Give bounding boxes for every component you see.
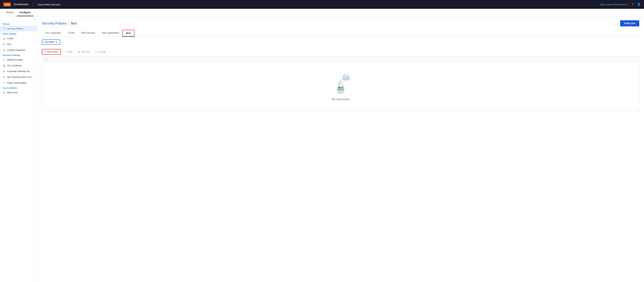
sidebar-item-corporate-gateway-ips[interactable]: ⊞ Corporate Gateway IPs — [0, 68, 37, 74]
svg-point-12 — [339, 86, 340, 86]
sidebar-item-label: Content Inspection — [7, 49, 25, 51]
clone-button[interactable]: ⊟ CLONE — [94, 50, 107, 54]
table-area: No rules found — [42, 56, 639, 111]
empty-illustration — [330, 73, 351, 95]
page-header: Security Policies / Test PUBLISH — [42, 20, 639, 26]
toolbar: FILTERS ▼ — [42, 40, 639, 45]
collapse-icon: « — [34, 18, 35, 20]
nav-right: Open Classic Orchestrator ↗ ? 👤 — [600, 2, 640, 6]
product-name: Cloud Web Security — [38, 3, 60, 6]
add-rule-button[interactable]: + ADD RULE — [42, 49, 61, 55]
casb-icon: ☁ — [3, 37, 6, 40]
user-button[interactable]: 👤 — [637, 2, 640, 6]
sidebar-collapse-button[interactable]: « — [0, 16, 37, 22]
sidebar-item-security-policies[interactable]: 🛡 Security Policies — [0, 26, 37, 32]
sidebar-item-label: Web Proxy — [7, 91, 18, 94]
sidebar-item-label: Page Customization — [7, 82, 27, 84]
open-classic-link[interactable]: Open Classic Orchestrator ↗ — [600, 3, 628, 6]
sidebar-item-ssl-certificate[interactable]: 🔒 SSL Certificate — [0, 62, 37, 68]
chevron-down-icon: ▾ — [61, 4, 62, 6]
sidebar-item-web-proxy[interactable]: ⊞ Web Proxy — [0, 90, 37, 96]
add-rule-label: ADD RULE — [47, 50, 58, 53]
edit-icon: ✎ — [65, 50, 67, 53]
filters-button[interactable]: FILTERS ▼ — [42, 40, 60, 45]
svg-point-14 — [339, 86, 339, 87]
tab-configure[interactable]: Configure — [17, 9, 33, 16]
select-all-checkbox[interactable] — [45, 58, 48, 61]
page-customization-icon: ✎ — [3, 81, 6, 84]
edit-label: EDIT — [68, 50, 73, 53]
svg-point-13 — [340, 86, 340, 87]
nav-product[interactable]: Cloud Web Security ▾ — [38, 3, 62, 6]
sidebar-item-label: Identity Provider — [7, 58, 23, 61]
delete-icon: 🗑 — [78, 50, 80, 53]
help-button[interactable]: ? — [632, 3, 634, 6]
empty-state: No rules found — [42, 63, 639, 111]
non-standard-ports-icon: ◈ — [3, 76, 6, 78]
nav-divider — [33, 2, 34, 7]
sub-nav: Monitor Configure — [0, 9, 644, 16]
sidebar-item-content-inspection[interactable]: ◈ Content Inspection — [0, 47, 37, 53]
breadcrumb: Security Policies / Test — [42, 22, 77, 25]
main-layout: « Policies 🛡 Security Policies Policy Se… — [0, 16, 644, 282]
clone-label: CLONE — [98, 50, 106, 53]
sidebar-item-non-standard-web-ports[interactable]: ◈ Non-Standard Web Ports — [0, 74, 37, 80]
content-inspection-icon: ◈ — [3, 48, 6, 51]
action-bar: + ADD RULE ✎ EDIT 🗑 DELETE ⊟ CLONE — [42, 47, 639, 56]
table-header-row — [42, 57, 639, 63]
delete-button[interactable]: 🗑 DELETE — [77, 50, 91, 54]
sidebar-item-label: Corporate Gateway IPs — [7, 70, 30, 72]
sidebar-item-casb[interactable]: ☁ CASB — [0, 36, 37, 41]
tab-monitor[interactable]: Monitor — [4, 9, 17, 16]
delete-label: DELETE — [81, 50, 90, 53]
sidebar-section-policy-settings: Policy Settings — [0, 32, 37, 36]
breadcrumb-link[interactable]: Security Policies — [42, 22, 67, 25]
sidebar-item-dlp[interactable]: ⊞ DLP — [0, 41, 37, 47]
vmw-logo: vmw — [4, 2, 11, 6]
select-all-cell[interactable] — [45, 58, 49, 61]
clone-icon: ⊟ — [96, 50, 98, 53]
sidebar-section-access-method: Access Method — [0, 86, 37, 90]
plus-icon: + — [45, 50, 46, 53]
dlp-icon: ⊞ — [3, 43, 6, 46]
sidebar-item-label: CASB — [7, 37, 13, 40]
top-nav: vmw Orchestrator Cloud Web Security ▾ Op… — [0, 0, 644, 9]
content-tabs: SSL Inspection CASB Web Security Web App… — [42, 30, 639, 37]
tab-casb[interactable]: CASB — [64, 30, 78, 37]
filters-label: FILTERS — [45, 41, 54, 43]
sidebar: « Policies 🛡 Security Policies Policy Se… — [0, 16, 37, 282]
tab-ssl-inspection[interactable]: SSL Inspection — [42, 30, 64, 37]
edit-button[interactable]: ✎ EDIT — [64, 50, 74, 54]
tab-dlp[interactable]: DLP — [122, 30, 134, 37]
sidebar-item-page-customization[interactable]: ✎ Page Customization — [0, 80, 37, 86]
breadcrumb-current: Test — [70, 22, 77, 25]
sidebar-section-enterprise-settings: Enterprise Settings — [0, 53, 37, 57]
main-content: Security Policies / Test PUBLISH SSL Ins… — [37, 16, 644, 282]
publish-button[interactable]: PUBLISH — [620, 20, 639, 26]
sidebar-item-label: SSL Certificate — [7, 64, 22, 67]
svg-rect-0 — [338, 90, 343, 94]
sidebar-item-label: Security Policies — [7, 28, 23, 30]
sidebar-item-identity-provider[interactable]: ◎ Identity Provider — [0, 57, 37, 62]
external-link-icon: ↗ — [626, 3, 628, 6]
tab-web-security[interactable]: Web Security — [78, 30, 98, 37]
sidebar-item-label: Non-Standard Web Ports — [7, 76, 32, 78]
identity-provider-icon: ◎ — [3, 58, 6, 61]
ssl-certificate-icon: 🔒 — [3, 64, 6, 67]
corporate-gateway-icon: ⊞ — [3, 70, 6, 72]
web-proxy-icon: ⊞ — [3, 91, 6, 94]
sidebar-section-policies: Policies — [0, 22, 37, 26]
svg-rect-10 — [343, 77, 349, 80]
breadcrumb-separator: / — [68, 22, 69, 25]
brand-name: Orchestrator — [14, 3, 28, 6]
empty-message: No rules found — [332, 98, 349, 101]
tab-web-application[interactable]: Web Application — [98, 30, 122, 37]
filter-icon: ▼ — [55, 41, 57, 43]
sidebar-item-label: DLP — [7, 43, 11, 46]
security-policies-icon: 🛡 — [3, 27, 6, 30]
